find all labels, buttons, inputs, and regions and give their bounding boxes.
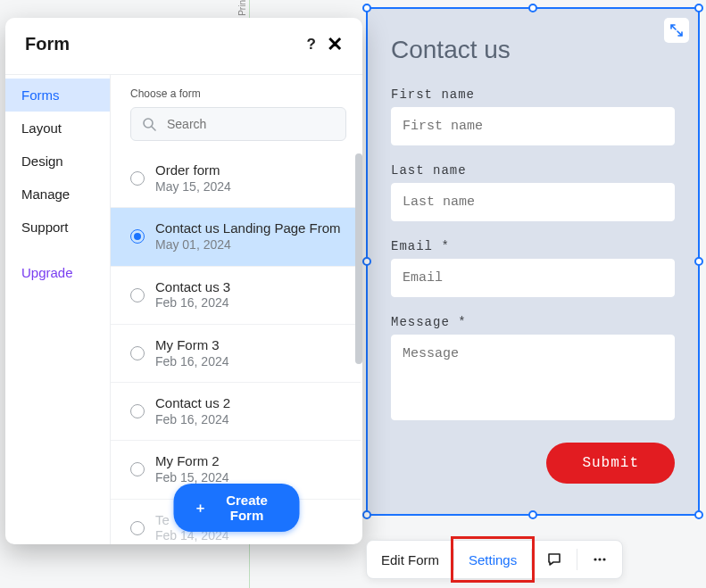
form-list-item[interactable]: Contact us Landing Page FromMay 01, 2024 [111, 208, 361, 266]
scrollbar-thumb[interactable] [355, 153, 362, 364]
form-item-date: May 15, 2024 [155, 179, 231, 195]
radio-icon[interactable] [130, 346, 145, 360]
radio-icon[interactable] [130, 462, 145, 476]
last-name-label: Last name [391, 163, 675, 178]
form-list-item[interactable]: Contact us 3Feb 16, 2024 [111, 267, 361, 325]
email-field[interactable] [391, 259, 675, 297]
form-settings-popover: Form ? ✕ Forms Layout Design Manage Supp… [5, 18, 362, 544]
popover-sidebar: Forms Layout Design Manage Support Upgra… [5, 75, 111, 544]
sidebar-item-forms[interactable]: Forms [5, 79, 110, 112]
resize-handle-ml[interactable] [362, 257, 371, 266]
radio-icon[interactable] [130, 229, 145, 244]
resize-handle-br[interactable] [694, 510, 703, 519]
resize-handle-mr[interactable] [694, 257, 703, 266]
svg-point-2 [594, 558, 597, 560]
form-item-name: My Form 2 [155, 453, 229, 470]
create-form-button[interactable]: ＋ Create Form [174, 484, 300, 532]
comment-icon[interactable] [532, 541, 577, 578]
form-list-item[interactable]: Contact us 2Feb 16, 2024 [111, 383, 361, 441]
form-item-date: Feb 16, 2024 [155, 354, 229, 370]
form-item-date: May 01, 2024 [155, 237, 341, 253]
form-list-item[interactable]: Order formMay 15, 2024 [111, 150, 361, 208]
radio-icon[interactable] [130, 521, 145, 535]
form-item-name: Contact us Landing Page From [155, 220, 341, 237]
create-form-label: Create Form [214, 493, 280, 523]
contact-form-element[interactable]: Contact us First name Last name Email * … [366, 7, 700, 516]
first-name-field[interactable] [391, 107, 675, 145]
search-icon [142, 117, 156, 131]
email-label: Email * [391, 239, 675, 253]
search-input[interactable] [165, 116, 335, 132]
form-list-item[interactable]: My Form 3Feb 16, 2024 [111, 325, 361, 383]
search-field-wrap[interactable] [130, 107, 346, 141]
submit-button[interactable]: Submit [546, 443, 675, 484]
svg-point-4 [603, 558, 606, 560]
help-icon[interactable]: ? [307, 36, 316, 54]
radio-icon[interactable] [130, 288, 145, 302]
sidebar-item-design[interactable]: Design [5, 145, 110, 178]
form-item-date: Feb 16, 2024 [155, 412, 230, 428]
form-item-name: Contact us 2 [155, 395, 230, 412]
form-item-date: Feb 16, 2024 [155, 295, 230, 311]
settings-button[interactable]: Settings [454, 541, 531, 578]
popover-title: Form [25, 34, 70, 54]
resize-handle-tr[interactable] [694, 4, 703, 12]
resize-handle-bc[interactable] [528, 510, 537, 519]
resize-handle-tc[interactable] [528, 4, 537, 12]
radio-icon[interactable] [130, 171, 145, 186]
sidebar-item-layout[interactable]: Layout [5, 112, 110, 145]
message-field[interactable] [391, 335, 675, 420]
resize-handle-bl[interactable] [362, 510, 371, 519]
svg-line-1 [152, 127, 155, 130]
sidebar-item-upgrade[interactable]: Upgrade [5, 256, 110, 289]
plus-icon: ＋ [194, 500, 207, 517]
form-item-name: Contact us 3 [155, 279, 230, 296]
canvas-guideline-label: Prin [237, 0, 247, 16]
expand-icon[interactable] [664, 18, 689, 43]
resize-handle-tl[interactable] [362, 4, 371, 12]
form-item-name: My Form 3 [155, 337, 229, 354]
first-name-label: First name [391, 87, 675, 102]
sidebar-item-support[interactable]: Support [5, 211, 110, 244]
choose-form-label: Choose a form [111, 75, 362, 107]
radio-icon[interactable] [130, 404, 145, 418]
sidebar-item-manage[interactable]: Manage [5, 178, 110, 211]
element-toolbar: Edit Form Settings [366, 540, 623, 579]
last-name-field[interactable] [391, 183, 675, 221]
close-icon[interactable]: ✕ [327, 35, 343, 54]
edit-form-button[interactable]: Edit Form [367, 541, 453, 578]
message-label: Message * [391, 315, 675, 329]
svg-point-3 [599, 558, 602, 560]
form-item-name: Order form [155, 162, 231, 179]
contact-form-title: Contact us [391, 36, 675, 64]
more-icon[interactable] [577, 541, 622, 578]
